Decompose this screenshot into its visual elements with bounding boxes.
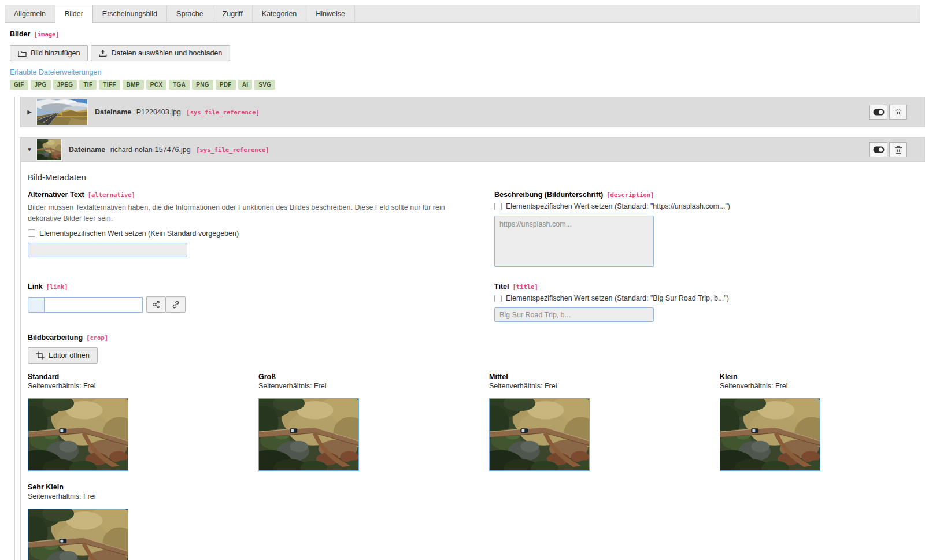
description-override-row: Elementspezifischen Wert setzen (Standar… [494,202,837,210]
extension-badge: PNG [192,80,213,90]
variant-name: Mittel [489,373,720,381]
crop-variant-klein: Klein Seitenverhältnis: Frei [720,373,925,471]
link-input[interactable] [45,297,143,313]
record-detail-panel: Bild-Metadaten Alternativer Text[alterna… [20,162,925,560]
record-actions [870,105,907,120]
record-filename: P1220403.jpg [136,108,181,116]
trash-icon [894,145,902,154]
tab-allgemein[interactable]: Allgemein [5,5,56,23]
tab-kategorien[interactable]: Kategorien [253,5,306,23]
field-image-crop: Bildbearbeitung[crop] Editor öffnen Stan… [28,333,925,560]
file-record-2: ▼ Dateiname richard-nolan-157476.jpg [sy… [20,137,925,560]
tab-label: Kategorien [262,10,297,18]
extension-badge: PCX [146,80,166,90]
tab-sprache[interactable]: Sprache [167,5,213,23]
tab-zugriff[interactable]: Zugriff [213,5,253,23]
tab-panel-bilder: Bilder[image] Bild hinzufügen Dateien au… [0,23,925,560]
tab-hinweise[interactable]: Hinweise [306,5,355,23]
alternative-override-checkbox[interactable] [28,229,35,237]
delete-record-button[interactable] [889,105,907,120]
title-override-label: Elementspezifischen Wert setzen (Standar… [506,294,729,302]
field-heading-text: Bilder [10,30,30,38]
variant-name: Groß [258,373,489,381]
open-editor-button[interactable]: Editor öffnen [28,347,98,364]
extension-badge: SVG [254,80,275,90]
record-filename: richard-nolan-157476.jpg [110,146,191,154]
trash-icon [894,107,902,117]
record-code-tag: [sys_file_reference] [186,109,259,116]
toggle-icon [873,146,885,153]
variant-name: Klein [720,373,925,381]
file-record-header-2[interactable]: ▼ Dateiname richard-nolan-157476.jpg [sy… [20,137,925,162]
folder-icon [18,50,27,57]
alternative-description: Bilder müssen Textalternativen haben, di… [28,202,476,225]
title-label-row: Titel[title] [494,283,837,291]
caret-down-icon: ▼ [27,146,32,153]
record-title: Dateiname richard-nolan-157476.jpg [sys_… [69,146,269,154]
crop-variant-sehr-klein: Sehr Klein Seitenverhältnis: Frei [28,483,258,560]
crop-preview-image [720,398,820,471]
variant-ratio: Seitenverhältnis: Frei [489,382,720,390]
file-thumbnail-forest [36,139,62,161]
link-label: Link [28,283,43,291]
file-reference-list: ▶ Dateiname P1220403.jpg [sys_file_refer… [14,97,925,560]
field-code-tag: [link] [46,283,68,290]
title-override-checkbox[interactable] [494,295,502,302]
extension-badge: JPEG [53,80,77,90]
link-browser-button[interactable] [146,296,166,313]
field-code-tag: [image] [34,31,59,38]
extension-badge: JPG [31,80,51,90]
description-label-row: Beschreibung (Bildunterschrift)[descript… [494,191,837,199]
link-type-indicator [28,297,45,313]
file-record-header-1[interactable]: ▶ Dateiname P1220403.jpg [sys_file_refer… [20,97,925,127]
tab-label: Allgemein [14,10,46,18]
crop-variant-gross: Groß Seitenverhältnis: Frei [258,373,489,471]
field-title: Titel[title] Elementspezifischen Wert se… [494,283,837,322]
open-editor-label: Editor öffnen [49,351,90,359]
tab-erscheinungsbild[interactable]: Erscheinungsbild [93,5,167,23]
extension-badge: TGA [169,80,190,90]
tab-bilder[interactable]: Bilder [55,5,93,23]
crop-label-row: Bildbearbeitung[crop] [28,333,925,342]
add-image-label: Bild hinzufügen [31,49,80,57]
extension-badge: PDF [216,80,236,90]
title-label: Titel [494,283,509,291]
alternative-override-label: Elementspezifischen Wert setzen (Kein St… [39,229,239,238]
toggle-visibility-button[interactable] [870,105,887,120]
image-toolbar: Bild hinzufügen Dateien auswählen und ho… [10,45,925,61]
variant-ratio: Seitenverhältnis: Frei [28,382,258,390]
variant-ratio: Seitenverhältnis: Frei [720,382,925,390]
extension-badge: BMP [123,80,144,90]
link-label-row: Link[link] [28,283,479,291]
remove-link-button[interactable] [166,296,186,313]
description-textarea[interactable] [494,216,654,267]
extension-badge: AI [238,80,253,90]
crop-icon [36,351,45,360]
description-override-checkbox[interactable] [494,203,502,210]
tab-label: Sprache [176,10,204,18]
field-code-tag: [title] [512,283,538,290]
tab-label: Hinweise [316,10,345,18]
extension-badge: TIF [79,80,97,90]
allowed-extensions-link[interactable]: Erlaubte Dateierweiterungen [10,68,925,76]
field-alternative-text: Alternativer Text[alternative] Bilder mü… [28,191,479,269]
title-input[interactable] [494,307,654,322]
variant-name: Standard [28,373,258,381]
toggle-visibility-button[interactable] [870,142,887,157]
delete-record-button[interactable] [889,142,907,157]
field-description: Beschreibung (Bildunterschrift)[descript… [494,191,837,269]
alternative-label: Alternativer Text [28,191,84,199]
add-image-button[interactable]: Bild hinzufügen [10,45,88,61]
upload-files-button[interactable]: Dateien auswählen und hochladen [91,45,230,61]
crop-preview-image [258,398,359,471]
tab-label: Bilder [65,10,83,18]
extension-badge: GIF [10,80,28,90]
field-code-tag: [crop] [86,334,108,341]
crop-preview-image [28,398,128,471]
upload-icon [99,49,107,57]
alternative-text-input[interactable] [28,243,187,257]
field-heading-bilder: Bilder[image] [10,30,925,38]
caret-right-icon: ▶ [27,109,32,115]
title-override-row: Elementspezifischen Wert setzen (Standar… [494,294,837,302]
variant-ratio: Seitenverhältnis: Frei [28,492,258,500]
